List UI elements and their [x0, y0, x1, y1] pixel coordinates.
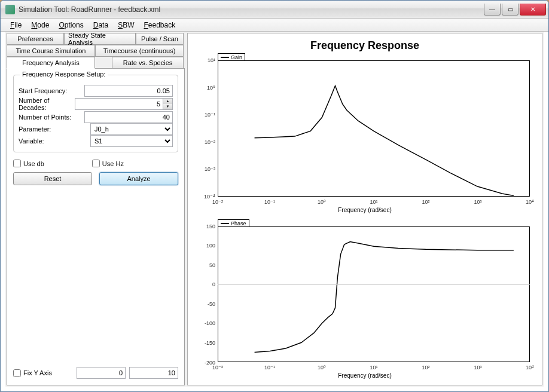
analyze-button[interactable]: Analyze	[99, 172, 178, 185]
tab-steady-state[interactable]: Steady State Analysis	[64, 33, 136, 45]
y-tick: 10⁰	[194, 85, 215, 91]
num-points-label: Number of Points:	[19, 114, 84, 121]
num-decades-spinner[interactable]: ▲▼	[163, 98, 173, 110]
x-tick: 10³	[474, 199, 481, 205]
variable-label: Variable:	[19, 137, 90, 145]
y-tick: 10⁻²	[194, 139, 215, 145]
app-icon	[5, 5, 15, 14]
x-tick: 10⁻¹	[264, 199, 275, 205]
tab-frequency-analysis[interactable]: Frequency Analysis	[7, 57, 95, 69]
fix-y-max-input[interactable]	[129, 367, 178, 379]
x-tick: 10²	[422, 199, 429, 205]
x-tick: 10²	[422, 365, 429, 370]
parameter-select[interactable]: J0_h	[90, 123, 173, 135]
variable-select[interactable]: S1	[90, 135, 173, 147]
y-tick: 0	[194, 281, 215, 287]
y-tick: -50	[194, 301, 215, 307]
x-tick: 10¹	[370, 199, 377, 205]
fix-y-checkbox[interactable]: Fix Y Axis	[13, 369, 52, 377]
x-tick: 10⁴	[526, 199, 534, 205]
parameter-label: Parameter:	[19, 125, 90, 133]
use-db-checkbox[interactable]: Use db	[13, 160, 44, 167]
x-tick: 10⁴	[526, 365, 534, 370]
phase-chart: Phase Frequency (rad/sec) 10⁻²10⁻¹10⁰10¹…	[194, 220, 536, 379]
num-points-input[interactable]	[84, 111, 173, 123]
y-tick: -100	[194, 320, 215, 326]
freq-response-group: Frequency Response Setup: Start Frequenc…	[13, 75, 178, 152]
tab-rate-vs-species[interactable]: Rate vs. Species	[112, 57, 184, 69]
menu-mode[interactable]: Mode	[26, 20, 54, 30]
menu-data[interactable]: Data	[89, 20, 113, 30]
x-tick: 10⁰	[318, 199, 326, 205]
x-tick: 10⁰	[318, 365, 326, 370]
x-tick: 10⁻¹	[264, 365, 275, 370]
fix-y-min-input[interactable]	[77, 367, 126, 379]
x-tick: 10¹	[370, 365, 377, 370]
group-title: Frequency Response Setup:	[20, 71, 108, 78]
gain-xlabel: Frequency (rad/sec)	[338, 207, 391, 213]
menu-options[interactable]: Options	[54, 20, 88, 30]
app-window: Simulation Tool: RoadRunner - feedback.x…	[0, 0, 549, 392]
reset-button[interactable]: Reset	[13, 172, 92, 185]
num-decades-label: Number of Decades:	[19, 97, 75, 111]
start-freq-label: Start Frequency:	[19, 87, 84, 94]
tab-body: Frequency Response Setup: Start Frequenc…	[7, 68, 185, 385]
x-tick: 10³	[474, 365, 481, 370]
use-hz-checkbox[interactable]: Use Hz	[92, 160, 124, 167]
phase-xlabel: Frequency (rad/sec)	[338, 372, 391, 379]
y-tick: 10⁻⁴	[194, 194, 215, 200]
num-decades-input[interactable]	[75, 98, 163, 110]
tab-preferences[interactable]: Preferences	[7, 33, 64, 45]
y-tick: 100	[194, 243, 215, 249]
y-tick: 50	[194, 262, 215, 268]
tab-time-course[interactable]: Time Course Simulation	[7, 45, 95, 57]
menu-sbw[interactable]: SBW	[113, 20, 139, 30]
chart-panel: Frequency Response Gain Frequency (rad/s…	[187, 33, 542, 385]
y-tick: 10¹	[194, 57, 215, 63]
client-area: Preferences Steady State Analysis Pulse …	[5, 32, 544, 387]
start-freq-input[interactable]	[84, 85, 173, 97]
titlebar[interactable]: Simulation Tool: RoadRunner - feedback.x…	[1, 1, 548, 19]
y-tick: 10⁻³	[194, 166, 215, 172]
minimize-button[interactable]: —	[484, 4, 501, 16]
left-panel: Preferences Steady State Analysis Pulse …	[5, 32, 186, 387]
maximize-button[interactable]: ▭	[502, 4, 518, 16]
x-tick: 10⁻²	[212, 199, 223, 205]
close-button[interactable]: ✕	[520, 4, 546, 16]
y-tick: -150	[194, 340, 215, 346]
menu-file[interactable]: File	[5, 20, 26, 30]
tab-timecourse-cont[interactable]: Timecourse (continuous)	[95, 45, 184, 57]
x-tick: 10⁻²	[212, 365, 223, 370]
y-tick: -200	[194, 360, 215, 366]
menubar: File Mode Options Data SBW Feedback	[1, 19, 548, 32]
tab-pulse-scan[interactable]: Pulse / Scan	[136, 33, 184, 45]
y-tick: 10⁻¹	[194, 112, 215, 118]
chart-title: Frequency Response	[194, 39, 536, 52]
y-tick: 150	[194, 223, 215, 229]
gain-chart: Gain Frequency (rad/sec) 10⁻²10⁻¹10⁰10¹1…	[194, 54, 536, 213]
menu-feedback[interactable]: Feedback	[139, 20, 180, 30]
window-title: Simulation Tool: RoadRunner - feedback.x…	[19, 5, 483, 14]
